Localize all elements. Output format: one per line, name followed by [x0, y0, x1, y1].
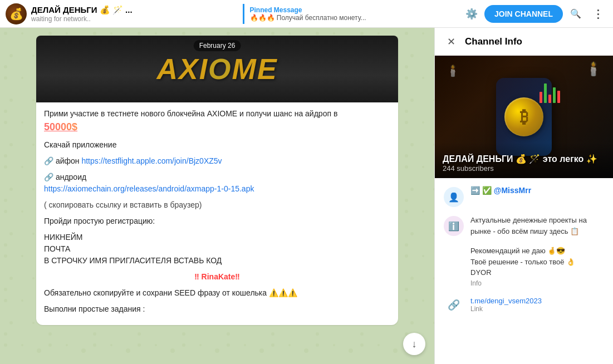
join-channel-button[interactable]: JOIN CHANNEL — [484, 5, 563, 23]
candlestick-chart — [540, 83, 560, 103]
pinned-text: 🔥🔥🔥 Получай бесплатно монету... — [250, 14, 366, 22]
panel-title: Channel Info — [465, 36, 605, 47]
channel-description: Актуальные денежные проекты на рынке - о… — [470, 215, 604, 237]
message-banner-image: February 26 AXIOME — [36, 36, 398, 102]
close-panel-button[interactable]: ✕ — [443, 33, 459, 50]
message-body: Прими участие в тестнете нового блокчейн… — [44, 108, 390, 315]
person-icon: 👤 — [448, 192, 459, 203]
arrow-down-icon: ↓ — [412, 338, 417, 350]
bitcoin-coin: ₿ — [504, 97, 543, 136]
main-area: February 26 AXIOME Прими участие в тестн… — [0, 28, 613, 364]
channel-advice: Рекомендаций не даю 🤞😎 Твоё решение - то… — [470, 245, 604, 278]
handle-row: 👤 ➡️ ✅ @MissMrr — [444, 186, 604, 207]
handle-content: ➡️ ✅ @MissMrr — [470, 186, 604, 195]
search-icon: 🔍 — [570, 8, 581, 19]
rina-kate-text: ‼️ RinaKate‼️ — [194, 272, 239, 281]
channel-info-panel: ✕ Channel Info ₿ — [435, 28, 613, 364]
rina-kate-line: ‼️ RinaKate‼️ — [44, 271, 390, 283]
link-type-label: Link — [470, 305, 542, 313]
description-content: Актуальные денежные проекты на рынке - о… — [470, 215, 604, 287]
message-bubble: February 26 AXIOME Прими участие в тестн… — [36, 36, 398, 325]
cover-subscribers: 244 subscribers — [443, 164, 605, 173]
cover-overlay: ДЕЛАЙ ДЕНЬГИ 💰 🪄 это легко ✨ 244 subscri… — [435, 142, 613, 178]
search-button[interactable]: 🔍 — [566, 4, 585, 23]
more-options-button[interactable]: ⋮ — [589, 4, 607, 23]
candle-emoji-2: 🕯️ — [446, 64, 460, 77]
ios-link-line: 🔗 айфон https://testflight.apple.com/joi… — [44, 155, 390, 167]
date-badge: February 26 — [194, 40, 241, 51]
link-icon: 🔗 — [444, 295, 464, 315]
seed-warning: Обязательно скопируйте и сохрани SEED фр… — [44, 287, 390, 299]
pinned-label: Pinned Message — [250, 6, 366, 14]
channel-name: ДЕЛАЙ ДЕНЬГИ 💰 🪄 ... — [31, 5, 234, 15]
tasks-label: Выполни простые задания : — [44, 303, 390, 315]
channel-link[interactable]: t.me/dengi_vsem2023 — [470, 297, 542, 305]
channel-avatar[interactable]: 💰 — [6, 3, 27, 24]
scroll-down-button[interactable]: ↓ — [403, 333, 425, 355]
money-amount: 50000$ — [44, 121, 77, 132]
header-actions: ⚙️ JOIN CHANNEL 🔍 ⋮ — [462, 4, 607, 23]
more-icon: ⋮ — [592, 7, 604, 21]
link-content: t.me/dengi_vsem2023 Link — [470, 297, 542, 313]
para-1: Прими участие в тестнете нового блокчейн… — [44, 108, 390, 135]
filter-icon: ⚙️ — [465, 8, 478, 20]
chat-area: February 26 AXIOME Прими участие в тестн… — [0, 28, 434, 364]
channel-handle[interactable]: ➡️ ✅ @MissMrr — [470, 186, 604, 195]
ios-link[interactable]: https://testflight.apple.com/join/Bjz0XZ… — [81, 156, 222, 165]
filter-icon-button[interactable]: ⚙️ — [462, 4, 481, 23]
panel-body: 👤 ➡️ ✅ @MissMrr ℹ️ Актуальные денежные п… — [435, 178, 613, 327]
cover-channel-name: ДЕЛАЙ ДЕНЬГИ 💰 🪄 это легко ✨ — [443, 154, 605, 164]
fields-text: НИКНЕЙМ ПОЧТА В СТРОЧКУ ИМЯ ПРИГЛАСИТЕЛЯ… — [44, 232, 390, 267]
handle-icon: 👤 — [444, 187, 464, 207]
android-link[interactable]: https://axiomechain.org/releases/android… — [44, 184, 254, 193]
info-icon: ℹ️ — [448, 221, 459, 232]
channel-cover-image: ₿ 🕯️ 🕯️ ДЕЛАЙ ДЕНЬГИ 💰 🪄 это ле — [435, 56, 613, 178]
connection-status: waiting for network.. — [31, 15, 234, 23]
info-label: Info — [470, 279, 604, 287]
channel-info-header: ДЕЛАЙ ДЕНЬГИ 💰 🪄 ... waiting for network… — [31, 5, 234, 23]
pinned-message-bar[interactable]: Pinned Message 🔥🔥🔥 Получай бесплатно мон… — [243, 4, 458, 24]
info-icon-circle: ℹ️ — [444, 216, 464, 236]
copy-hint: ( скопировать ссылку и вставить в браузе… — [44, 199, 390, 211]
registration-label: Пройди простую регистрацию: — [44, 215, 390, 227]
link-row: 🔗 t.me/dengi_vsem2023 Link — [444, 295, 604, 315]
panel-header: ✕ Channel Info — [435, 28, 613, 56]
para-2: Скачай приложение — [44, 139, 390, 151]
android-link-line: 🔗 андроид https://axiomechain.org/releas… — [44, 171, 390, 195]
chat-scroll[interactable]: February 26 AXIOME Прими участие в тестн… — [0, 28, 434, 364]
description-row: ℹ️ Актуальные денежные проекты на рынке … — [444, 215, 604, 287]
chat-header: 💰 ДЕЛАЙ ДЕНЬГИ 💰 🪄 ... waiting for netwo… — [0, 0, 613, 28]
chat-content: February 26 AXIOME Прими участие в тестн… — [0, 28, 434, 331]
axiome-logo-text: AXIOME — [156, 52, 277, 86]
candle-emoji: 🕯️ — [585, 61, 602, 77]
